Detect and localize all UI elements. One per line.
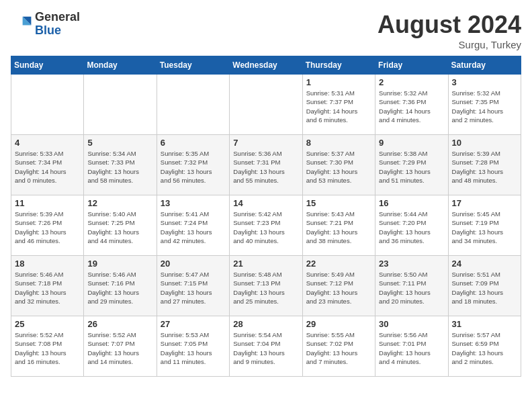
header-sunday: Sunday [11,56,84,75]
day-info: Sunrise: 5:52 AM Sunset: 7:07 PM Dayligh… [87,330,152,366]
location: Surgu, Turkey [378,39,521,50]
header-thursday: Thursday [302,56,375,75]
day-number: 11 [15,198,80,208]
day-info: Sunrise: 5:56 AM Sunset: 7:01 PM Dayligh… [379,330,444,366]
day-number: 3 [452,77,517,87]
day-info: Sunrise: 5:36 AM Sunset: 7:31 PM Dayligh… [233,149,298,185]
day-number: 24 [452,259,517,269]
day-number: 8 [306,138,371,148]
day-cell: 23Sunrise: 5:50 AM Sunset: 7:11 PM Dayli… [375,256,448,316]
day-info: Sunrise: 5:32 AM Sunset: 7:36 PM Dayligh… [379,89,444,124]
logo-icon [11,13,32,35]
page-header: General Blue August 2024 Surgu, Turkey [11,11,521,50]
header-saturday: Saturday [448,56,521,75]
day-number: 21 [233,259,298,269]
week-row-2: 11Sunrise: 5:39 AM Sunset: 7:26 PM Dayli… [11,195,521,256]
logo: General Blue [11,11,80,38]
day-info: Sunrise: 5:50 AM Sunset: 7:11 PM Dayligh… [379,270,444,306]
header-tuesday: Tuesday [157,56,229,75]
day-number: 12 [87,198,152,208]
day-info: Sunrise: 5:38 AM Sunset: 7:29 PM Dayligh… [379,149,444,185]
day-cell: 15Sunrise: 5:43 AM Sunset: 7:21 PM Dayli… [302,195,375,256]
day-cell: 6Sunrise: 5:35 AM Sunset: 7:32 PM Daylig… [157,135,229,195]
day-info: Sunrise: 5:37 AM Sunset: 7:30 PM Dayligh… [306,149,371,185]
day-info: Sunrise: 5:48 AM Sunset: 7:13 PM Dayligh… [233,270,298,306]
day-number: 30 [379,319,444,329]
day-number: 4 [15,138,80,148]
day-cell: 11Sunrise: 5:39 AM Sunset: 7:26 PM Dayli… [11,195,84,256]
week-row-4: 25Sunrise: 5:52 AM Sunset: 7:08 PM Dayli… [11,316,521,377]
day-cell: 28Sunrise: 5:54 AM Sunset: 7:04 PM Dayli… [230,316,302,377]
day-cell: 20Sunrise: 5:47 AM Sunset: 7:15 PM Dayli… [157,256,229,316]
day-info: Sunrise: 5:41 AM Sunset: 7:24 PM Dayligh… [161,210,226,245]
day-number: 27 [161,319,226,329]
day-cell: 2Sunrise: 5:32 AM Sunset: 7:36 PM Daylig… [375,75,448,135]
day-number: 2 [379,77,444,87]
day-number: 31 [452,319,517,329]
day-info: Sunrise: 5:39 AM Sunset: 7:28 PM Dayligh… [452,149,517,185]
day-number: 18 [15,259,80,269]
day-cell: 17Sunrise: 5:45 AM Sunset: 7:19 PM Dayli… [448,195,521,256]
day-cell: 10Sunrise: 5:39 AM Sunset: 7:28 PM Dayli… [448,135,521,195]
day-cell: 4Sunrise: 5:33 AM Sunset: 7:34 PM Daylig… [11,135,84,195]
day-info: Sunrise: 5:49 AM Sunset: 7:12 PM Dayligh… [306,270,371,306]
day-cell: 16Sunrise: 5:44 AM Sunset: 7:20 PM Dayli… [375,195,448,256]
day-cell: 26Sunrise: 5:52 AM Sunset: 7:07 PM Dayli… [84,316,157,377]
header-friday: Friday [375,56,448,75]
day-number: 26 [87,319,152,329]
day-info: Sunrise: 5:55 AM Sunset: 7:02 PM Dayligh… [306,330,371,366]
day-cell: 29Sunrise: 5:55 AM Sunset: 7:02 PM Dayli… [302,316,375,377]
day-number: 17 [452,198,517,208]
day-cell [157,75,229,135]
day-number: 13 [161,198,226,208]
header-monday: Monday [84,56,157,75]
day-cell: 8Sunrise: 5:37 AM Sunset: 7:30 PM Daylig… [302,135,375,195]
day-number: 16 [379,198,444,208]
day-cell: 21Sunrise: 5:48 AM Sunset: 7:13 PM Dayli… [230,256,302,316]
day-cell: 13Sunrise: 5:41 AM Sunset: 7:24 PM Dayli… [157,195,229,256]
day-info: Sunrise: 5:33 AM Sunset: 7:34 PM Dayligh… [15,149,80,185]
logo-text: General Blue [35,11,80,38]
day-cell: 22Sunrise: 5:49 AM Sunset: 7:12 PM Dayli… [302,256,375,316]
day-info: Sunrise: 5:31 AM Sunset: 7:37 PM Dayligh… [306,89,371,124]
day-cell: 1Sunrise: 5:31 AM Sunset: 7:37 PM Daylig… [302,75,375,135]
day-cell: 25Sunrise: 5:52 AM Sunset: 7:08 PM Dayli… [11,316,84,377]
day-number: 10 [452,138,517,148]
day-cell: 9Sunrise: 5:38 AM Sunset: 7:29 PM Daylig… [375,135,448,195]
day-number: 1 [306,77,371,87]
title-block: August 2024 Surgu, Turkey [378,11,521,50]
day-cell [11,75,84,135]
day-info: Sunrise: 5:47 AM Sunset: 7:15 PM Dayligh… [161,270,226,306]
week-row-3: 18Sunrise: 5:46 AM Sunset: 7:18 PM Dayli… [11,256,521,316]
day-number: 7 [233,138,298,148]
day-cell: 27Sunrise: 5:53 AM Sunset: 7:05 PM Dayli… [157,316,229,377]
header-wednesday: Wednesday [230,56,302,75]
day-cell [230,75,302,135]
day-number: 25 [15,319,80,329]
logo-blue: Blue [35,24,80,38]
day-info: Sunrise: 5:32 AM Sunset: 7:35 PM Dayligh… [452,89,517,124]
day-info: Sunrise: 5:40 AM Sunset: 7:25 PM Dayligh… [87,210,152,245]
day-info: Sunrise: 5:46 AM Sunset: 7:18 PM Dayligh… [15,270,80,306]
day-cell: 7Sunrise: 5:36 AM Sunset: 7:31 PM Daylig… [230,135,302,195]
day-number: 23 [379,259,444,269]
day-number: 22 [306,259,371,269]
day-info: Sunrise: 5:39 AM Sunset: 7:26 PM Dayligh… [15,210,80,245]
day-cell: 3Sunrise: 5:32 AM Sunset: 7:35 PM Daylig… [448,75,521,135]
day-info: Sunrise: 5:43 AM Sunset: 7:21 PM Dayligh… [306,210,371,245]
week-row-1: 4Sunrise: 5:33 AM Sunset: 7:34 PM Daylig… [11,135,521,195]
month-year: August 2024 [378,11,521,39]
day-number: 29 [306,319,371,329]
day-cell: 14Sunrise: 5:42 AM Sunset: 7:23 PM Dayli… [230,195,302,256]
day-info: Sunrise: 5:44 AM Sunset: 7:20 PM Dayligh… [379,210,444,245]
day-info: Sunrise: 5:53 AM Sunset: 7:05 PM Dayligh… [161,330,226,366]
day-info: Sunrise: 5:42 AM Sunset: 7:23 PM Dayligh… [233,210,298,245]
day-info: Sunrise: 5:35 AM Sunset: 7:32 PM Dayligh… [161,149,226,185]
day-cell: 24Sunrise: 5:51 AM Sunset: 7:09 PM Dayli… [448,256,521,316]
day-info: Sunrise: 5:51 AM Sunset: 7:09 PM Dayligh… [452,270,517,306]
day-cell: 12Sunrise: 5:40 AM Sunset: 7:25 PM Dayli… [84,195,157,256]
day-info: Sunrise: 5:57 AM Sunset: 6:59 PM Dayligh… [452,330,517,366]
calendar-table: SundayMondayTuesdayWednesdayThursdayFrid… [11,56,521,377]
day-info: Sunrise: 5:54 AM Sunset: 7:04 PM Dayligh… [233,330,298,366]
day-info: Sunrise: 5:52 AM Sunset: 7:08 PM Dayligh… [15,330,80,366]
